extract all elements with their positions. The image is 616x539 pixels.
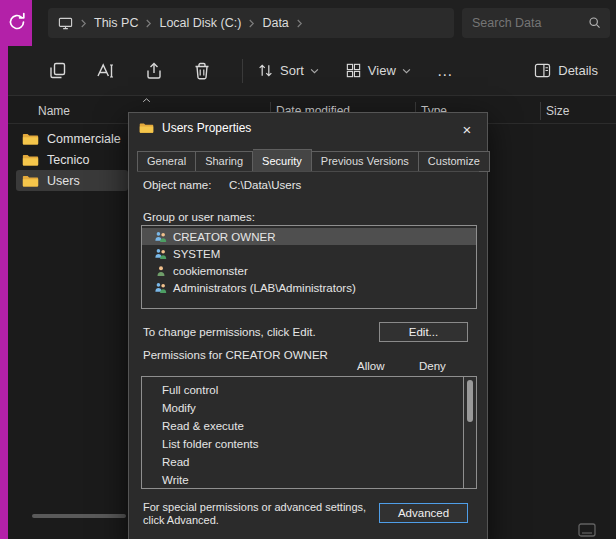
advanced-button[interactable]: Advanced: [379, 503, 468, 523]
group-name: SYSTEM: [173, 248, 220, 260]
breadcrumb-data[interactable]: Data: [262, 16, 288, 30]
group-names-listbox: CREATOR OWNER SYSTEM cookiemonster Admin…: [141, 225, 477, 309]
sort-label: Sort: [280, 63, 304, 78]
permissions-listbox: Full control Modify Read & execute List …: [141, 376, 477, 489]
breadcrumb-this-pc[interactable]: This PC: [94, 16, 138, 30]
horizontal-scrollbar[interactable]: [32, 514, 126, 518]
accent-corner: [0, 0, 32, 46]
details-button[interactable]: Details: [534, 63, 598, 78]
permission-row-write[interactable]: Write: [142, 471, 476, 489]
allow-column-label: Allow: [357, 360, 384, 372]
search-box: [462, 8, 610, 38]
column-size[interactable]: Size: [546, 104, 569, 118]
toolbar: Sort View … Details: [8, 46, 616, 96]
details-label: Details: [558, 63, 598, 78]
chevron-down-icon: [310, 68, 319, 74]
scrollbar-thumb[interactable]: [467, 380, 473, 422]
delete-icon[interactable]: [192, 61, 212, 81]
permissions-scrollbar[interactable]: [463, 377, 476, 488]
tab-strip: General Sharing Security Previous Versio…: [137, 149, 490, 172]
share-icon[interactable]: [144, 61, 164, 81]
edit-hint-text: To change permissions, click Edit.: [143, 326, 316, 338]
details-pane-icon: [534, 63, 551, 78]
users-group-icon: [154, 248, 168, 260]
view-label: View: [368, 63, 396, 78]
toolbar-divider: [242, 59, 243, 83]
dialog-title-bar[interactable]: Users Properties: [129, 113, 487, 143]
file-name: Tecnico: [47, 153, 89, 167]
users-group-icon: [154, 282, 168, 294]
column-name[interactable]: Name: [38, 104, 70, 118]
tab-customize[interactable]: Customize: [419, 151, 490, 172]
chevron-right-icon: [248, 19, 255, 28]
permission-row-full-control[interactable]: Full control: [142, 381, 476, 399]
edit-button[interactable]: Edit...: [379, 322, 468, 342]
sort-ascending-icon: [142, 98, 151, 103]
column-divider[interactable]: [540, 102, 541, 120]
object-name-label: Object name:: [143, 179, 211, 191]
group-names-label: Group or user names:: [143, 211, 255, 223]
refresh-icon[interactable]: [6, 11, 28, 33]
tab-page-border: [137, 171, 479, 172]
tab-previous-versions[interactable]: Previous Versions: [312, 151, 419, 172]
advanced-hint-text: For special permissions or advanced sett…: [143, 501, 371, 527]
breadcrumb: This PC Local Disk (C:) Data: [48, 8, 454, 38]
tab-general[interactable]: General: [137, 151, 196, 172]
group-name: cookiemonster: [173, 265, 248, 277]
permission-row-list-folder-contents[interactable]: List folder contents: [142, 435, 476, 453]
group-row-system[interactable]: SYSTEM: [142, 245, 476, 262]
group-name: Administrators (LAB\Administrators): [173, 282, 356, 294]
users-group-icon: [154, 231, 168, 243]
permission-row-read[interactable]: Read: [142, 453, 476, 471]
file-name: Users: [47, 174, 80, 188]
folder-icon: [22, 132, 39, 146]
breadcrumb-local-disk-c[interactable]: Local Disk (C:): [159, 16, 241, 30]
users-properties-dialog: Users Properties × General Sharing Secur…: [128, 112, 488, 539]
copy-icon[interactable]: [48, 61, 68, 81]
deny-column-label: Deny: [419, 360, 446, 372]
chevron-right-icon: [296, 19, 303, 28]
folder-icon: [22, 174, 39, 188]
permissions-for-label: Permissions for CREATOR OWNER: [143, 348, 348, 362]
status-bar-icon[interactable]: [578, 523, 596, 537]
folder-icon: [22, 153, 39, 167]
search-icon[interactable]: [588, 16, 602, 30]
tab-sharing[interactable]: Sharing: [196, 151, 253, 172]
search-input[interactable]: [472, 16, 588, 30]
chevron-right-icon: [145, 19, 152, 28]
object-name-value: C:\Data\Users: [229, 179, 301, 191]
group-row-cookiemonster[interactable]: cookiemonster: [142, 262, 476, 279]
more-options-icon[interactable]: …: [437, 62, 454, 80]
sort-button[interactable]: Sort: [257, 62, 319, 79]
dialog-title: Users Properties: [162, 121, 251, 135]
rename-icon[interactable]: [96, 61, 116, 81]
address-bar: This PC Local Disk (C:) Data: [8, 0, 616, 46]
this-pc-icon: [58, 16, 73, 31]
permission-row-modify[interactable]: Modify: [142, 399, 476, 417]
group-row-creator-owner[interactable]: CREATOR OWNER: [142, 228, 476, 245]
accent-strip: [0, 0, 8, 539]
close-icon[interactable]: ×: [455, 117, 479, 141]
object-name-row: Object name: C:\Data\Users: [143, 179, 475, 191]
group-row-administrators[interactable]: Administrators (LAB\Administrators): [142, 279, 476, 296]
tab-security[interactable]: Security: [253, 149, 312, 172]
group-name: CREATOR OWNER: [173, 231, 275, 243]
user-icon: [154, 265, 168, 277]
chevron-down-icon: [402, 68, 411, 74]
permission-row-read-execute[interactable]: Read & execute: [142, 417, 476, 435]
view-button[interactable]: View: [345, 62, 411, 79]
folder-icon: [139, 122, 154, 134]
file-name: Commerciale: [47, 132, 121, 146]
chevron-right-icon: [80, 19, 87, 28]
